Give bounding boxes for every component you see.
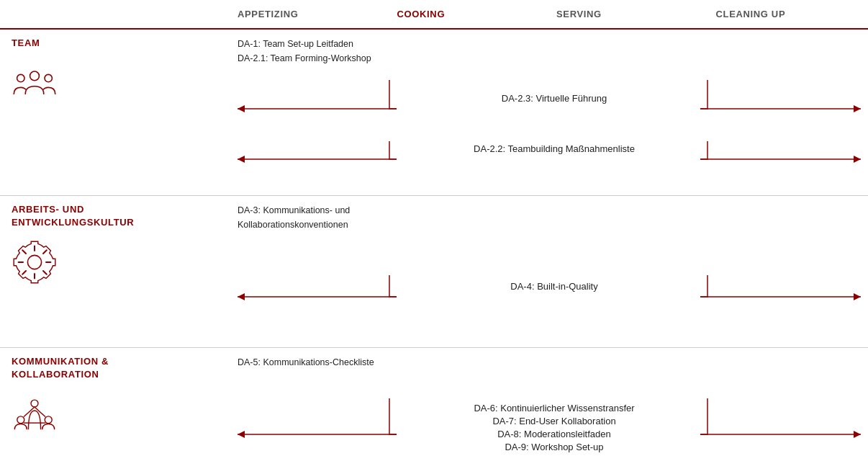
section-arbeits-left: ARBEITS- UNDENTWICKLUNGSKULTUR <box>0 196 230 347</box>
svg-marker-17 <box>854 293 861 300</box>
section-komm-left: KOMMUNIKATION &KOLLABORATION <box>0 348 230 474</box>
arbeits-da3: DA-3: Kommunikations- und Kollaborations… <box>238 203 350 232</box>
svg-point-19 <box>31 400 38 407</box>
section-team-title: TEAM <box>12 37 223 50</box>
header-row: APPETIZING COOKING SERVING CLEANING UP <box>0 0 868 30</box>
svg-marker-11 <box>854 156 861 163</box>
svg-point-21 <box>45 416 52 424</box>
svg-marker-6 <box>854 105 861 112</box>
svg-marker-9 <box>238 156 245 163</box>
collab-icon <box>12 391 58 437</box>
svg-text:DA-8: Moderationsleitfaden: DA-8: Moderationsleitfaden <box>497 429 611 439</box>
header-cleaning: CLEANING UP <box>709 0 869 24</box>
svg-point-0 <box>30 71 40 81</box>
section-team-right: DA-1: Team Set-up Leitfaden DA-2.1: Team… <box>230 30 868 195</box>
svg-point-1 <box>17 75 24 82</box>
svg-point-13 <box>27 256 41 269</box>
svg-text:DA-7: End-User Kollaboration: DA-7: End-User Kollaboration <box>492 416 615 426</box>
svg-text:DA-2.3: Virtuelle Führung: DA-2.3: Virtuelle Führung <box>502 93 607 104</box>
team-da1: DA-1: Team Set-up Leitfaden DA-2.1: Team… <box>238 37 371 66</box>
header-appetizing: APPETIZING <box>230 0 390 24</box>
svg-line-23 <box>35 407 45 417</box>
svg-line-22 <box>24 407 35 417</box>
svg-text:DA-2.2: Teambuilding Maßnahmen: DA-2.2: Teambuilding Maßnahmenliste <box>474 143 635 154</box>
komm-da5: DA-5: Kommunikations-Checkliste <box>238 355 374 370</box>
section-arbeits-right: DA-3: Kommunikations- und Kollaborations… <box>230 196 868 347</box>
section-arbeits-title: ARBEITS- UNDENTWICKLUNGSKULTUR <box>12 203 223 229</box>
svg-marker-28 <box>854 431 861 438</box>
section-team-left: TEAM <box>0 30 230 195</box>
section-komm-title: KOMMUNIKATION &KOLLABORATION <box>12 355 223 381</box>
header-serving: SERVING <box>549 0 709 24</box>
svg-point-2 <box>45 75 52 82</box>
gear-icon <box>12 239 58 285</box>
svg-marker-15 <box>238 293 245 300</box>
svg-point-20 <box>17 416 24 424</box>
header-col0 <box>0 0 230 24</box>
svg-text:DA-4: Built-in-Quality: DA-4: Built-in-Quality <box>510 281 598 292</box>
svg-marker-26 <box>238 431 245 438</box>
svg-text:DA-9: Workshop Set-up: DA-9: Workshop Set-up <box>505 442 603 452</box>
svg-marker-4 <box>238 105 245 112</box>
section-komm-right: DA-5: Kommunikations-Checkliste DA-6: Ko… <box>230 348 868 474</box>
komm-arrows-svg: DA-6: Kontinuierlicher Wissenstransfer D… <box>230 355 868 474</box>
header-cooking: COOKING <box>390 0 550 24</box>
team-icon <box>12 60 58 106</box>
svg-text:DA-6: Kontinuierlicher Wissens: DA-6: Kontinuierlicher Wissenstransfer <box>474 403 635 413</box>
